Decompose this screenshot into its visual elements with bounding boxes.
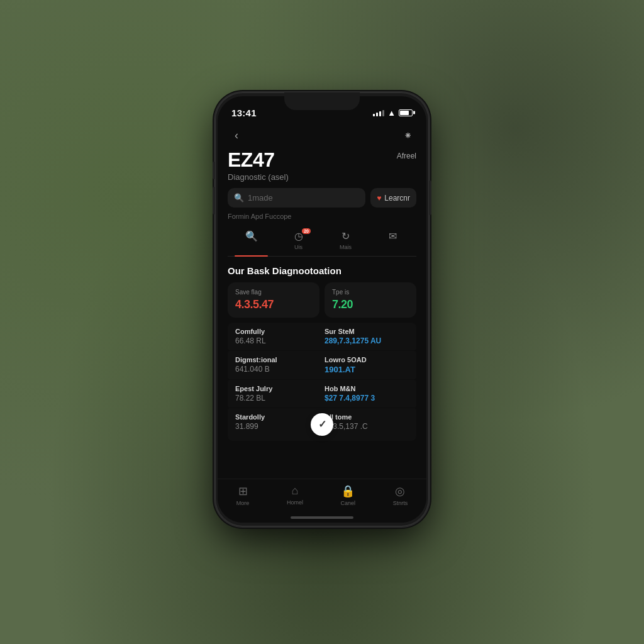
nav-more-label: More: [236, 500, 250, 506]
top-nav: ‹ ⁕: [228, 124, 416, 149]
card-2-label: Tpe is: [332, 289, 409, 296]
nav-more[interactable]: ⊞ More: [236, 484, 250, 506]
row2-left-value: 641.040 B: [235, 365, 319, 374]
app-title: EZ47: [228, 149, 289, 171]
battery-icon: [399, 109, 413, 116]
confirm-button[interactable]: ✓: [311, 413, 333, 436]
tab-mail-icon: ✉: [389, 230, 397, 242]
row1-right-label: Sur SteM: [325, 328, 409, 335]
phone-screen: 13:41 ▲ ‹: [218, 96, 426, 523]
search-section: 🔍 1made ♥ Learcnr: [228, 188, 416, 208]
tab-clock-badge: 20: [302, 228, 311, 234]
settings-button[interactable]: ⁕: [399, 126, 416, 144]
volume-up-button[interactable]: [213, 162, 215, 179]
table-row: Digmst:ional 641.040 B Lowro 5OAD 1901.A…: [228, 351, 416, 379]
home-indicator: [291, 516, 353, 519]
card-2-value: 7.20: [332, 298, 409, 311]
back-button[interactable]: ‹: [228, 126, 245, 144]
tab-refresh[interactable]: ↻ Mais: [322, 226, 369, 256]
nav-cancel-icon: 🔒: [341, 484, 355, 498]
row1-left-value: 66.48 RL: [235, 336, 319, 345]
data-card-1: Save flag 4.3.5.47: [228, 282, 319, 318]
row1-left-label: Comfully: [235, 328, 319, 335]
row2-right-label: Lowro 5OAD: [325, 356, 409, 364]
row1-right-value: 289,7.3,1275 AU: [325, 336, 409, 345]
tab-clock[interactable]: 20 ◷ Uis: [275, 226, 322, 256]
nav-cancel[interactable]: 🔒 Canel: [341, 484, 356, 506]
tab-search-icon: 🔍: [245, 230, 258, 242]
tabs-section: 🔍 20 ◷ Uis ↻ Mais ✉: [228, 226, 416, 257]
table-row: Comfully 66.48 RL Sur SteM 289,7.3,1275 …: [228, 323, 416, 350]
nav-status-label: Stnrts: [393, 500, 408, 506]
phone-notch: [284, 92, 360, 110]
tab-refresh-label: Mais: [340, 244, 352, 251]
table-row: Epest Julry 78.22 BL Hob M&N $27 7.4,897…: [228, 380, 416, 408]
phone-device: 13:41 ▲ ‹: [215, 92, 429, 526]
row3-left-label: Epest Julry: [235, 385, 319, 392]
helper-text: Formin Apd Fuccope: [228, 213, 416, 220]
nav-home-icon: ⌂: [291, 484, 298, 497]
bottom-nav: ⊞ More ⌂ Homel 🔒 Canel ◎ Stnrts: [218, 479, 426, 523]
tab-mail[interactable]: ✉: [369, 226, 416, 256]
card-1-label: Save flag: [235, 289, 312, 296]
volume-down-button[interactable]: [213, 187, 215, 214]
tab-refresh-icon: ↻: [341, 230, 350, 242]
wifi-icon: ▲: [387, 108, 396, 118]
row3-right-value: $27 7.4,8977 3: [325, 394, 409, 402]
nav-cancel-label: Canel: [341, 500, 356, 506]
nav-more-icon: ⊞: [238, 484, 248, 498]
status-time: 13:41: [231, 108, 257, 118]
check-icon: ✓: [318, 418, 326, 430]
row2-right-value: 1901.AT: [325, 365, 409, 374]
row4-right-value: 883.5,137 .C: [325, 422, 409, 431]
nav-home-label: Homel: [287, 499, 303, 506]
learn-label: Learcnr: [384, 194, 410, 203]
section-title: Our Bask Diagnootoation: [228, 265, 416, 276]
tab-search[interactable]: 🔍: [228, 226, 275, 256]
table-row: Stardolly 31.899 All tome 883.5,137 .C ✓: [228, 408, 416, 441]
row4-left-value: 31.899: [235, 422, 319, 431]
status-icons: ▲: [373, 108, 413, 118]
power-button[interactable]: [429, 180, 431, 215]
row4-left-label: Stardolly: [235, 413, 319, 421]
card-1-value: 4.3.5.47: [235, 298, 312, 311]
app-subtitle: Diagnostic (asel): [228, 172, 289, 182]
search-icon: 🔍: [234, 193, 244, 203]
data-card-2: Tpe is 7.20: [325, 282, 416, 318]
tab-clock-label: Uis: [294, 244, 303, 251]
top-data-cards: Save flag 4.3.5.47 Tpe is 7.20: [228, 282, 416, 318]
nav-home[interactable]: ⌂ Homel: [287, 484, 303, 506]
learn-button[interactable]: ♥ Learcnr: [370, 188, 416, 208]
row3-right-label: Hob M&N: [325, 385, 409, 392]
nav-status-icon: ◎: [395, 484, 405, 498]
row3-left-value: 78.22 BL: [235, 394, 319, 402]
title-section: EZ47 Diagnostic (asel) Afreel: [228, 149, 416, 182]
signal-icon: [373, 109, 384, 116]
app-content: ‹ ⁕ EZ47 Diagnostic (asel) Afreel: [218, 124, 426, 485]
data-rows: Comfully 66.48 RL Sur SteM 289,7.3,1275 …: [228, 323, 416, 441]
search-bar[interactable]: 🔍 1made: [228, 188, 365, 208]
row4-right-label: All tome: [325, 413, 409, 421]
title-badge: Afreel: [397, 152, 416, 160]
search-input[interactable]: 1made: [248, 193, 273, 203]
heart-icon: ♥: [377, 194, 381, 203]
row2-left-label: Digmst:ional: [235, 356, 319, 364]
nav-status[interactable]: ◎ Stnrts: [393, 484, 408, 506]
